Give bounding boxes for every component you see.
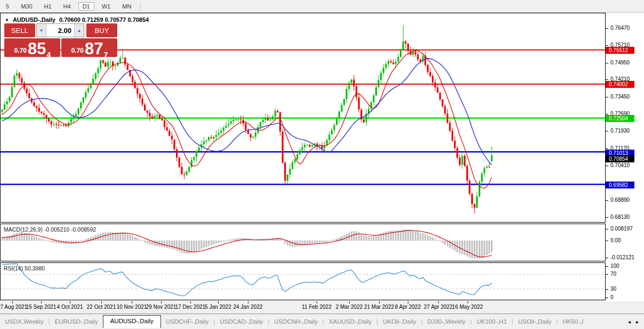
price-tick-label: 0.76470 — [610, 25, 630, 31]
date-tick-mark — [161, 301, 162, 303]
date-tick-mark — [438, 301, 439, 303]
buy-price-button[interactable]: 0.70 87 7 — [61, 38, 117, 57]
tab-usdchf-daily[interactable]: USDCHF-,Daily — [161, 316, 214, 328]
volume-decrease-button[interactable]: ▼ — [37, 24, 46, 37]
date-axis[interactable]: 27 Aug 202115 Sep 20214 Oct 202122 Oct 2… — [0, 301, 606, 312]
date-label: 11 Feb 2022 — [302, 304, 331, 310]
macd-tick-mark — [606, 241, 608, 241]
date-tick-mark — [248, 301, 248, 303]
date-tick-mark — [132, 301, 132, 303]
up-arrow-icon: ▲ — [77, 28, 82, 33]
rsi-tick-label: 30 — [610, 286, 616, 292]
macd-tick-mark — [606, 258, 608, 258]
timeframe-button-m30[interactable]: M30 — [17, 2, 36, 11]
volume-spinner: ▼ ▲ — [36, 23, 84, 37]
price-tick-label: 0.71930 — [610, 128, 630, 134]
volume-input[interactable] — [46, 24, 74, 37]
macd-indicator-panel[interactable]: MACD(12,26,9) -0.005210 -0.008592 — [0, 224, 606, 261]
sell-price-button[interactable]: 0.70 85 4 — [4, 38, 60, 57]
tab-dj30-weekly[interactable]: DJ30-,Weekly — [423, 316, 470, 328]
date-tick-mark — [218, 301, 219, 303]
rsi-canvas[interactable] — [1, 263, 605, 300]
date-label: 5 Jan 2022 — [205, 304, 231, 310]
macd-tick-label: 0.00 — [610, 237, 621, 244]
tab-uk100-h1[interactable]: UK100-,H1 — [472, 316, 512, 328]
price-tick-mark — [606, 166, 608, 166]
tab-ukoil-daily[interactable]: UKOil-,Daily — [378, 316, 421, 328]
down-arrow-icon: ▼ — [39, 28, 44, 33]
date-label: 2 Mar 2022 — [336, 304, 363, 310]
date-label: 29 Nov 2021 — [146, 304, 176, 310]
price-tick-mark — [606, 131, 608, 131]
price-tick-label: 0.73450 — [610, 94, 630, 100]
date-tick-mark — [101, 301, 102, 303]
buy-price-big: 87 — [85, 41, 103, 57]
rsi-indicator-panel[interactable]: RSI(14) 50.3980 — [0, 262, 606, 300]
macd-tick-label: 0.008197 — [610, 226, 633, 232]
rsi-tick-mark — [606, 289, 608, 290]
date-label: 24 Jan 2022 — [233, 304, 262, 310]
buy-price-pip: 7 — [104, 51, 108, 59]
price-level-badge: 0.69582 — [606, 182, 634, 188]
price-level-badge: 0.72504 — [606, 115, 634, 122]
timeframe-button-5[interactable]: 5 — [2, 2, 13, 11]
price-tick-label: 0.68130 — [610, 214, 630, 220]
price-tick-label: 0.74950 — [610, 60, 630, 66]
buy-button[interactable]: BUY — [86, 23, 117, 37]
tab-hk50-i[interactable]: HK50-,I — [558, 316, 588, 328]
date-tick-mark — [317, 301, 317, 303]
price-tick-mark — [606, 114, 608, 114]
tab-usdx-weekly[interactable]: USDX,Weekly — [0, 316, 49, 328]
price-axis[interactable]: 0.764700.757100.749500.742100.734500.726… — [606, 13, 644, 301]
price-tick-mark — [606, 97, 608, 97]
price-tick-label: 0.70410 — [610, 162, 630, 169]
timeframe-button-mn[interactable]: MN — [118, 2, 135, 11]
date-label: 4 Oct 2021 — [57, 304, 83, 310]
price-level-badge: 0.70854 — [606, 155, 634, 162]
timeframe-toolbar: 5M30H1H4D1W1MN — [0, 0, 644, 13]
date-label: 10 Nov 2021 — [117, 304, 147, 310]
date-label: 21 Mar 2022 — [364, 304, 394, 310]
price-level-badge: 0.75512 — [606, 47, 634, 54]
rsi-tick-label: 100 — [610, 263, 619, 269]
date-tick-mark — [468, 301, 468, 303]
date-label: 15 Sep 2021 — [26, 304, 57, 310]
timeframe-button-d1[interactable]: D1 — [78, 2, 94, 11]
date-label: 8 Apr 2022 — [395, 304, 421, 310]
collapse-one-click-icon[interactable]: ▲ — [5, 17, 9, 22]
price-level-badge: 0.74002 — [606, 81, 634, 88]
date-tick-mark — [349, 301, 350, 303]
volume-increase-button[interactable]: ▲ — [74, 24, 84, 37]
tab-eurusd-daily[interactable]: EURUSD-,Daily — [50, 316, 103, 328]
rsi-name: RSI(14) — [4, 265, 23, 272]
rsi-tick-mark — [606, 274, 608, 275]
price-tick-mark — [606, 45, 608, 46]
tab-xauusd-daily[interactable]: XAUUSD-,Daily — [324, 316, 377, 328]
price-tick-mark — [606, 79, 608, 80]
price-tick-label: 0.68890 — [610, 197, 630, 203]
price-tick-mark — [606, 28, 608, 29]
macd-tick-mark — [606, 229, 608, 229]
rsi-value: 50.3980 — [25, 265, 45, 272]
date-tick-mark — [41, 301, 42, 303]
scroll-left-icon[interactable]: ◂ — [628, 319, 631, 325]
date-label: 17 Dec 2021 — [175, 304, 206, 310]
timeframe-button-w1[interactable]: W1 — [98, 2, 115, 11]
date-tick-mark — [408, 301, 408, 303]
scroll-right-icon[interactable]: ▸ — [636, 319, 639, 325]
date-tick-mark — [379, 301, 380, 303]
macd-label: MACD(12,26,9) -0.005210 -0.008592 — [4, 226, 96, 233]
timeframe-button-h1[interactable]: H1 — [40, 2, 56, 11]
sell-button[interactable]: SELL — [4, 23, 35, 37]
price-tick-mark — [606, 217, 608, 218]
macd-values: -0.005210 -0.008592 — [44, 226, 96, 233]
tab-usdcad-daily[interactable]: USDCAD-,Daily — [215, 316, 268, 328]
main-price-chart[interactable]: ▲ AUDUSD-,Daily 0.70600 0.71259 0.70577 … — [0, 13, 606, 223]
tab-usdcnh-daily[interactable]: USDCNH-,Daily — [269, 316, 323, 328]
tab-usoil-daily[interactable]: USOil-,Daily — [513, 316, 557, 328]
tab-audusd-daily[interactable]: AUDUSD-,Daily — [103, 315, 161, 328]
timeframe-button-h4[interactable]: H4 — [59, 2, 75, 11]
toolbar-separator — [140, 2, 141, 11]
date-label: 27 Aug 2021 — [0, 304, 27, 310]
buy-price-prefix: 0.70 — [71, 47, 84, 54]
